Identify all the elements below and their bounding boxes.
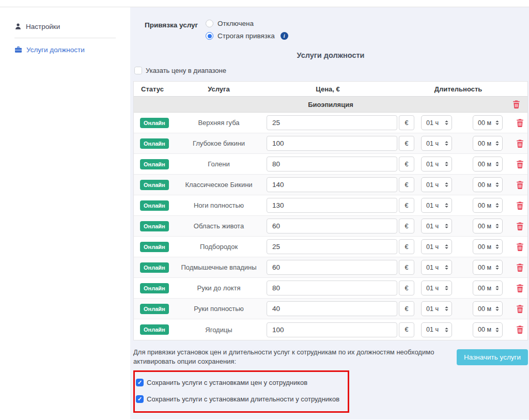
- status-badge[interactable]: Онлайн: [140, 200, 169, 211]
- delete-service-button[interactable]: [516, 325, 524, 334]
- footer-note: Для привязки установок цен и длительност…: [133, 348, 454, 366]
- price-input[interactable]: [267, 177, 397, 192]
- service-name: Глубокое бикини: [171, 139, 267, 147]
- service-row: Онлайн Классическое Бикини € 01 ч 00 м: [134, 175, 527, 195]
- price-range-checkbox[interactable]: [134, 67, 142, 74]
- status-badge[interactable]: Онлайн: [140, 242, 169, 252]
- minutes-select[interactable]: 00 м: [473, 281, 503, 295]
- price-input[interactable]: [267, 281, 397, 295]
- service-row: Онлайн Область живота € 01 ч 00 м: [134, 216, 527, 237]
- hours-select[interactable]: 01 ч: [421, 301, 452, 316]
- minutes-select[interactable]: 00 м: [473, 260, 503, 275]
- binding-option-disabled[interactable]: Отключена: [206, 20, 288, 27]
- status-badge[interactable]: Онлайн: [140, 159, 169, 169]
- currency-suffix: €: [399, 198, 414, 213]
- hours-select[interactable]: 01 ч: [421, 157, 452, 172]
- stepper-arrows-icon: [495, 265, 500, 270]
- sidebar-item-label: Услуги должности: [26, 46, 85, 54]
- status-badge[interactable]: Онлайн: [140, 324, 169, 335]
- price-input[interactable]: [267, 301, 397, 316]
- status-badge[interactable]: Онлайн: [140, 118, 169, 128]
- hours-select[interactable]: 01 ч: [421, 219, 452, 234]
- delete-service-button[interactable]: [516, 139, 524, 148]
- minutes-select[interactable]: 00 м: [473, 198, 503, 213]
- delete-service-button[interactable]: [516, 222, 524, 230]
- sidebar-item-position-services[interactable]: Услуги должности: [0, 44, 130, 55]
- status-badge[interactable]: Онлайн: [140, 180, 169, 190]
- currency-suffix: €: [399, 281, 414, 295]
- service-row: Онлайн Руки полностью € 01 ч 00 м: [134, 299, 527, 319]
- minutes-select[interactable]: 00 м: [473, 136, 503, 151]
- save-prices-label: Сохранить услуги с установками цен у сот…: [147, 379, 307, 386]
- save-prices-checkbox[interactable]: [136, 379, 144, 386]
- minutes-select[interactable]: 00 м: [473, 157, 503, 172]
- currency-suffix: €: [399, 157, 414, 172]
- price-input[interactable]: [267, 239, 397, 254]
- service-row: Онлайн Руки до локтя € 01 ч 00 м: [134, 278, 527, 299]
- price-range-option[interactable]: Указать цену в диапазоне: [134, 67, 528, 74]
- price-input[interactable]: [267, 115, 397, 130]
- status-badge[interactable]: Онлайн: [140, 283, 169, 293]
- binding-option-strict[interactable]: Строгая привязка i: [206, 32, 288, 40]
- trash-icon: [516, 222, 524, 230]
- hours-select[interactable]: 01 ч: [421, 281, 452, 295]
- assign-services-button[interactable]: Назначить услуги: [457, 349, 528, 365]
- minutes-select[interactable]: 00 м: [473, 219, 503, 234]
- hours-select[interactable]: 01 ч: [421, 322, 452, 337]
- hours-select[interactable]: 01 ч: [421, 198, 452, 213]
- save-options-highlight-box: Сохранить услуги с установками цен у сот…: [133, 370, 349, 413]
- price-input[interactable]: [267, 157, 397, 172]
- stepper-arrows-icon: [444, 306, 449, 312]
- status-badge[interactable]: Онлайн: [140, 138, 169, 149]
- save-duration-option[interactable]: Сохранить услуги с установками длительно…: [136, 395, 347, 403]
- delete-service-button[interactable]: [516, 243, 524, 251]
- info-icon[interactable]: i: [281, 32, 288, 40]
- minutes-select[interactable]: 00 м: [473, 322, 503, 337]
- delete-service-button[interactable]: [516, 160, 524, 168]
- minutes-select[interactable]: 00 м: [473, 177, 503, 192]
- header-status: Статус: [134, 85, 171, 93]
- service-name: Ягодицы: [171, 326, 267, 334]
- delete-service-button[interactable]: [516, 305, 524, 313]
- radio-strict[interactable]: [206, 32, 213, 40]
- services-table: Статус Услуга Цена, € Длительность Биоэп…: [133, 81, 528, 340]
- delete-service-button[interactable]: [516, 284, 524, 292]
- trash-icon: [516, 284, 524, 292]
- delete-service-button[interactable]: [516, 201, 524, 210]
- price-input[interactable]: [267, 219, 397, 234]
- status-badge[interactable]: Онлайн: [140, 262, 169, 273]
- hours-select[interactable]: 01 ч: [421, 136, 452, 151]
- trash-icon: [516, 201, 524, 210]
- delete-service-button[interactable]: [516, 181, 524, 189]
- status-badge[interactable]: Онлайн: [140, 304, 169, 314]
- price-input[interactable]: [267, 322, 397, 337]
- stepper-arrows-icon: [495, 141, 500, 146]
- main-panel: Привязка услуг Отключена Строгая привязк…: [130, 7, 529, 419]
- price-input[interactable]: [267, 260, 397, 275]
- hours-select[interactable]: 01 ч: [421, 239, 452, 254]
- service-name: Классическое Бикини: [171, 181, 267, 189]
- hours-select[interactable]: 01 ч: [421, 260, 452, 275]
- sidebar-item-settings[interactable]: Настройки: [0, 21, 130, 32]
- minutes-select[interactable]: 00 м: [473, 239, 503, 254]
- table-header: Статус Услуга Цена, € Длительность: [134, 82, 527, 97]
- hours-select[interactable]: 01 ч: [421, 177, 452, 192]
- save-prices-option[interactable]: Сохранить услуги с установками цен у сот…: [136, 379, 347, 386]
- service-name: Руки до локтя: [171, 284, 267, 292]
- delete-service-button[interactable]: [516, 263, 524, 272]
- minutes-select[interactable]: 00 м: [473, 115, 503, 130]
- hours-select[interactable]: 01 ч: [421, 115, 452, 130]
- status-badge[interactable]: Онлайн: [140, 221, 169, 231]
- trash-icon: [516, 305, 524, 313]
- price-input[interactable]: [267, 198, 397, 213]
- stepper-arrows-icon: [495, 244, 500, 250]
- save-duration-checkbox[interactable]: [136, 395, 144, 403]
- stepper-arrows-icon: [444, 182, 449, 188]
- price-input[interactable]: [267, 136, 397, 151]
- delete-service-button[interactable]: [516, 119, 524, 127]
- delete-group-button[interactable]: [512, 100, 520, 108]
- minutes-select[interactable]: 00 м: [473, 301, 503, 316]
- trash-icon: [512, 100, 520, 108]
- radio-strict-label: Строгая привязка: [217, 32, 275, 40]
- radio-disabled[interactable]: [206, 20, 213, 27]
